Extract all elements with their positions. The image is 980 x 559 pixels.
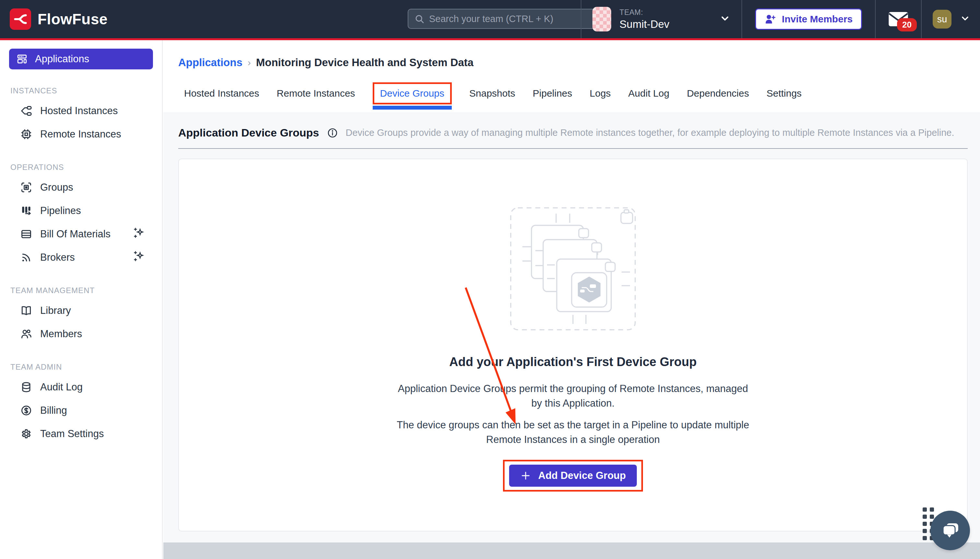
- tab-device-groups[interactable]: Device Groups: [373, 83, 452, 104]
- device-group-icon: [20, 181, 32, 194]
- sidebar-section-team-admin: TEAM ADMIN: [10, 362, 162, 372]
- footer-strip: [163, 542, 980, 559]
- database-icon: [20, 381, 32, 393]
- sidebar-section-team-management: TEAM MANAGEMENT: [10, 286, 162, 295]
- tab-audit-log[interactable]: Audit Log: [629, 88, 670, 99]
- sidebar-item-billing[interactable]: Billing: [0, 399, 162, 422]
- sidebar-section-operations: OPERATIONS: [10, 163, 162, 172]
- tab-panel-device-groups: Application Device Groups Device Groups …: [163, 112, 980, 559]
- tab-settings[interactable]: Settings: [766, 88, 802, 99]
- section-divider: [178, 148, 968, 149]
- dollar-circle-icon: [20, 404, 32, 417]
- navbar-right: TEAM: Sumit-Dev I: [581, 0, 980, 38]
- sidebar-item-remote-instances[interactable]: Remote Instances: [0, 122, 162, 146]
- sidebar-item-groups[interactable]: Groups: [0, 176, 162, 199]
- sidebar-section-instances: INSTANCES: [10, 86, 162, 95]
- invite-members-button[interactable]: Invite Members: [755, 8, 862, 30]
- team-switcher[interactable]: TEAM: Sumit-Dev: [581, 7, 741, 31]
- chevron-down-icon: [960, 13, 970, 25]
- book-icon: [20, 304, 32, 317]
- user-avatar: su: [933, 10, 952, 28]
- sidebar-item-bill-of-materials[interactable]: Bill Of Materials: [0, 222, 162, 246]
- pipelines-icon: [20, 205, 32, 217]
- notification-badge: 20: [897, 18, 917, 31]
- empty-state-title: Add your Application's First Device Grou…: [449, 355, 697, 369]
- main-content: Applications › Monitoring Device Health …: [163, 40, 980, 559]
- search-icon: [414, 13, 424, 24]
- tab-logs[interactable]: Logs: [590, 88, 611, 99]
- tab-dependencies[interactable]: Dependencies: [687, 88, 749, 99]
- users-icon: [20, 328, 32, 340]
- breadcrumb: Applications › Monitoring Device Health …: [163, 40, 980, 69]
- empty-state-paragraph-1: Application Device Groups permit the gro…: [391, 381, 754, 410]
- team-label: TEAM:: [620, 8, 670, 17]
- section-title: Application Device Groups: [178, 126, 319, 139]
- sidebar-item-applications[interactable]: Applications: [9, 49, 153, 69]
- sidebar-item-brokers[interactable]: Brokers: [0, 246, 162, 269]
- team-avatar: [592, 7, 611, 31]
- breadcrumb-applications-link[interactable]: Applications: [178, 56, 243, 69]
- sidebar-item-library[interactable]: Library: [0, 299, 162, 322]
- device-group-illustration: [508, 205, 638, 333]
- sparkles-icon: [132, 250, 145, 265]
- sidebar-item-team-settings[interactable]: Team Settings: [0, 422, 162, 445]
- flowfuse-logo-icon: [10, 8, 31, 30]
- team-search[interactable]: [408, 9, 604, 29]
- brand[interactable]: FlowFuse: [10, 0, 107, 38]
- tab-pipelines[interactable]: Pipelines: [533, 88, 572, 99]
- hosted-instances-icon: [20, 105, 32, 117]
- sidebar-item-members[interactable]: Members: [0, 322, 162, 346]
- breadcrumb-separator: ›: [247, 57, 251, 68]
- sidebar-item-pipelines[interactable]: Pipelines: [0, 199, 162, 222]
- tab-remote-instances[interactable]: Remote Instances: [277, 88, 355, 99]
- user-menu[interactable]: su: [922, 10, 980, 28]
- add-device-group-button[interactable]: Add Device Group: [509, 465, 637, 487]
- table-icon: [20, 228, 32, 240]
- brand-name: FlowFuse: [38, 10, 107, 28]
- tab-snapshots[interactable]: Snapshots: [469, 88, 515, 99]
- applications-icon: [16, 53, 28, 65]
- annotation-box-button: Add Device Group: [503, 460, 643, 491]
- chat-launcher-button[interactable]: [931, 511, 970, 550]
- page-title: Monitoring Device Health and System Data: [256, 56, 474, 69]
- gear-icon: [20, 428, 32, 440]
- speech-bubbles-icon: [939, 520, 961, 541]
- tab-hosted-instances[interactable]: Hosted Instances: [184, 88, 259, 99]
- notifications-button[interactable]: 20: [876, 0, 921, 38]
- chip-icon: [20, 128, 32, 141]
- info-icon[interactable]: [327, 127, 338, 139]
- team-name: Sumit-Dev: [620, 18, 670, 30]
- top-navbar: FlowFuse TEAM: Sumit-Dev: [0, 0, 980, 40]
- empty-state-paragraph-2: The device groups can then be set as the…: [391, 418, 754, 447]
- sidebar: Applications INSTANCES Hosted Instances: [0, 40, 163, 559]
- broker-rss-icon: [20, 251, 32, 264]
- application-tabs: Hosted Instances Remote Instances Device…: [184, 78, 980, 108]
- device-groups-empty-card: Add your Application's First Device Grou…: [178, 159, 968, 531]
- sidebar-item-hosted-instances[interactable]: Hosted Instances: [0, 99, 162, 122]
- section-header: Application Device Groups Device Groups …: [178, 126, 965, 139]
- section-description: Device Groups provide a way of managing …: [346, 127, 954, 138]
- search-input[interactable]: [429, 13, 597, 24]
- chevron-down-icon: [719, 13, 731, 25]
- sparkles-icon: [132, 226, 145, 242]
- sidebar-item-audit-log[interactable]: Audit Log: [0, 375, 162, 399]
- user-plus-icon: [764, 13, 776, 25]
- plus-icon: [520, 470, 531, 481]
- flowfuse-app: FlowFuse TEAM: Sumit-Dev: [0, 0, 980, 559]
